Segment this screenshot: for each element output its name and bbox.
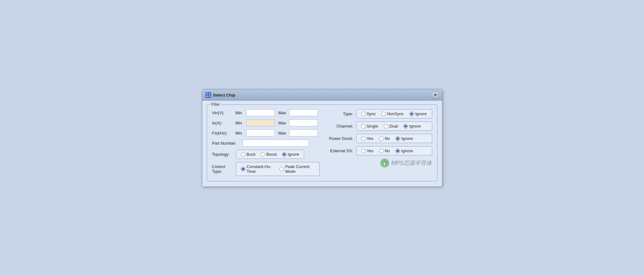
control-type-radio-cot[interactable] xyxy=(241,167,245,171)
vin-max-label: Max xyxy=(279,110,287,115)
channel-ignore-label: Ignore xyxy=(409,124,421,129)
channel-radio-ignore[interactable] xyxy=(403,124,408,129)
topology-buck-label: Buck xyxy=(247,152,256,157)
close-button[interactable]: ✕ xyxy=(432,91,439,98)
power-good-option-no[interactable]: No xyxy=(379,136,390,141)
window-body: Filter Vin(V): Min Max Io(A): xyxy=(202,101,442,186)
power-good-radio-box: Yes No Ignore xyxy=(356,134,432,143)
external-ss-row: External SS: Yes No xyxy=(325,146,432,155)
main-layout: Vin(V): Min Max Io(A): Min Max xyxy=(212,109,432,176)
right-column: Type: Sync NonSync xyxy=(325,109,432,176)
fs-min-label: Min xyxy=(236,131,244,135)
io-max-label: Max xyxy=(279,121,287,125)
topology-row: Topology: Buck Boost xyxy=(212,150,320,159)
type-option-sync[interactable]: Sync xyxy=(361,111,376,116)
vin-row: Vin(V): Min Max xyxy=(212,109,320,116)
power-good-no-label: No xyxy=(385,136,390,141)
type-label: Type: xyxy=(325,111,353,116)
type-row: Type: Sync NonSync xyxy=(325,109,432,118)
control-type-pcm-label: Peak Current Mode xyxy=(285,164,315,174)
power-good-option-ignore[interactable]: Ignore xyxy=(396,136,413,141)
vin-max-input[interactable] xyxy=(289,109,318,116)
topology-radio-box: Buck Boost Ignore xyxy=(236,150,304,159)
vin-label: Vin(V): xyxy=(212,110,234,115)
external-ss-no-label: No xyxy=(385,148,390,153)
topology-ignore-label: Ignore xyxy=(288,152,299,157)
topology-radio-buck[interactable] xyxy=(241,152,245,157)
external-ss-radio-no[interactable] xyxy=(379,149,383,153)
type-sync-label: Sync xyxy=(367,111,376,116)
app-icon xyxy=(205,92,211,98)
control-type-radio-pcm[interactable] xyxy=(279,167,284,171)
topology-option-ignore[interactable]: Ignore xyxy=(282,152,299,157)
control-type-cot-label: Constant-On-Time xyxy=(247,164,274,174)
external-ss-label: External SS: xyxy=(325,148,353,153)
fs-row: Fs(kHz): Min Max xyxy=(212,129,320,136)
fs-max-label: Max xyxy=(279,131,287,135)
io-max-input[interactable] xyxy=(289,119,318,126)
title-bar-left: Select Chip xyxy=(205,92,236,98)
svg-rect-0 xyxy=(206,93,208,95)
power-good-row: Power Good: Yes No xyxy=(325,134,432,143)
type-option-nonsync[interactable]: NonSync xyxy=(381,111,404,116)
power-good-label: Power Good: xyxy=(325,136,353,141)
io-min-label: Min xyxy=(236,121,244,125)
topology-label: Topology: xyxy=(212,152,234,157)
title-bar: Select Chip ✕ xyxy=(202,90,442,101)
external-ss-option-no[interactable]: No xyxy=(379,148,390,153)
channel-dual-label: Dual xyxy=(389,124,398,129)
topology-option-boost[interactable]: Boost xyxy=(261,152,277,157)
topology-radio-ignore[interactable] xyxy=(282,152,286,157)
external-ss-radio-ignore[interactable] xyxy=(396,149,400,153)
topology-option-buck[interactable]: Buck xyxy=(241,152,256,157)
control-type-radio-box: Constant-On-Time Peak Current Mode xyxy=(236,162,319,176)
fs-min-input[interactable] xyxy=(246,129,275,136)
part-number-label: Part Number: xyxy=(212,141,241,146)
filter-group: Filter Vin(V): Min Max Io(A): xyxy=(207,104,438,181)
channel-row: Channel: Single Dual xyxy=(325,122,432,131)
topology-radio-boost[interactable] xyxy=(261,152,265,157)
type-option-ignore[interactable]: Ignore xyxy=(409,111,427,116)
type-ignore-label: Ignore xyxy=(415,111,427,116)
channel-option-single[interactable]: Single xyxy=(361,124,378,129)
channel-radio-single[interactable] xyxy=(361,124,365,129)
topology-boost-label: Boost xyxy=(266,152,277,157)
channel-radio-dual[interactable] xyxy=(384,124,388,129)
io-row: Io(A): Min Max xyxy=(212,119,320,126)
external-ss-radio-box: Yes No Ignore xyxy=(356,146,432,155)
control-type-row: Control Type: Constant-On-Time Peak Curr… xyxy=(212,162,320,176)
svg-rect-2 xyxy=(206,95,208,97)
power-good-radio-yes[interactable] xyxy=(361,136,365,141)
type-radio-ignore[interactable] xyxy=(409,112,414,116)
watermark-text: MPS芯源半导体 xyxy=(391,159,432,167)
type-radio-sync[interactable] xyxy=(361,112,365,116)
external-ss-ignore-label: Ignore xyxy=(401,148,413,153)
external-ss-yes-label: Yes xyxy=(367,148,373,153)
channel-option-ignore[interactable]: Ignore xyxy=(403,124,421,129)
type-nonsync-label: NonSync xyxy=(387,111,404,116)
channel-label: Channel: xyxy=(325,124,353,129)
svg-rect-1 xyxy=(209,93,211,95)
external-ss-option-yes[interactable]: Yes xyxy=(361,148,373,153)
control-type-option-pcm[interactable]: Peak Current Mode xyxy=(279,164,315,174)
part-number-input[interactable] xyxy=(242,140,309,147)
fs-max-input[interactable] xyxy=(289,129,318,136)
external-ss-option-ignore[interactable]: Ignore xyxy=(396,148,413,153)
vin-min-input[interactable] xyxy=(246,109,275,116)
power-good-yes-label: Yes xyxy=(367,136,373,141)
watermark-icon: 🐧 xyxy=(380,159,389,167)
svg-rect-3 xyxy=(209,95,211,97)
power-good-ignore-label: Ignore xyxy=(401,136,413,141)
power-good-radio-ignore[interactable] xyxy=(396,136,400,141)
control-type-label: Control Type: xyxy=(212,164,234,174)
control-type-option-cot[interactable]: Constant-On-Time xyxy=(241,164,274,174)
io-min-input[interactable] xyxy=(246,119,275,126)
power-good-radio-no[interactable] xyxy=(379,136,383,141)
channel-single-label: Single xyxy=(367,124,378,129)
window-title: Select Chip xyxy=(213,93,236,97)
left-column: Vin(V): Min Max Io(A): Min Max xyxy=(212,109,320,176)
external-ss-radio-yes[interactable] xyxy=(361,149,365,153)
channel-option-dual[interactable]: Dual xyxy=(384,124,398,129)
type-radio-nonsync[interactable] xyxy=(381,112,386,116)
power-good-option-yes[interactable]: Yes xyxy=(361,136,373,141)
